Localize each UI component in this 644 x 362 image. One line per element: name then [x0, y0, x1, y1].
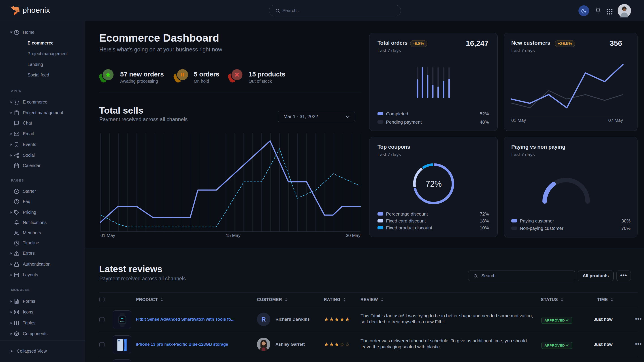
svg-text:01 May: 01 May: [100, 233, 115, 238]
svg-text:R: R: [261, 316, 266, 323]
svg-text:15 May: 15 May: [226, 233, 240, 238]
svg-text:01 May: 01 May: [511, 118, 526, 123]
svg-text:07 May: 07 May: [608, 118, 623, 123]
svg-text:30 May: 30 May: [346, 233, 360, 238]
svg-text:12:45: 12:45: [120, 320, 125, 322]
svg-text:72%: 72%: [426, 179, 442, 188]
